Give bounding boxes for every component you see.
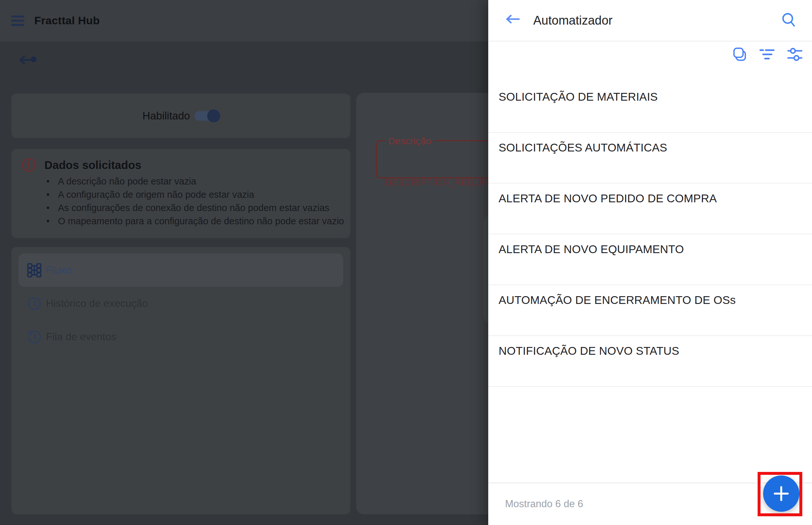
- description-field-label: Descrição: [385, 136, 434, 147]
- alert-message: A descrição não pode estar vazia: [46, 175, 344, 188]
- menu-item-label: Histórico de execução: [46, 298, 148, 310]
- detail-form-card: Descrição DESCRIPTION_REQUIRED: [356, 93, 505, 514]
- description-field-error: DESCRIPTION_REQUIRED: [385, 178, 504, 188]
- panel-back-icon[interactable]: [506, 14, 520, 24]
- history-clock-icon: [27, 330, 42, 344]
- alert-title: Dados solicitados: [44, 159, 142, 171]
- screen: Fracttal Hub Habilitado: [0, 0, 812, 525]
- showing-count: Mostrando 6 de 6: [505, 498, 583, 510]
- automator-panel: Automatizador: [488, 0, 812, 525]
- alert-message: O mapeamento para a configuração de dest…: [46, 214, 344, 228]
- automation-list: SOLICITAÇÃO DE MATERIAIS SOLICITAÇÕES AU…: [488, 82, 812, 387]
- plus-icon: [772, 485, 790, 502]
- alert-icon: [22, 158, 36, 172]
- validation-alert-card: Dados solicitados A descrição não pode e…: [11, 149, 350, 238]
- alert-message: As configurações de conexão de destino n…: [46, 201, 344, 214]
- enabled-toggle[interactable]: [195, 111, 219, 121]
- list-item[interactable]: ALERTA DE NOVO EQUIPAMENTO: [488, 234, 812, 285]
- search-icon[interactable]: [782, 12, 796, 28]
- filter-icon[interactable]: [759, 48, 774, 61]
- alert-message-list: A descrição não pode estar vazia A confi…: [46, 175, 344, 228]
- side-menu-card: Fluxo Histórico de execução: [11, 247, 350, 514]
- menu-item-label: Fluxo: [46, 264, 71, 276]
- enabled-label: Habilitado: [143, 110, 190, 122]
- list-item[interactable]: ALERTA DE NOVO PEDIDO DE COMPRA: [488, 183, 812, 234]
- menu-item-event-queue[interactable]: Fila de eventos: [18, 320, 343, 354]
- clock-icon: [27, 297, 42, 311]
- list-item[interactable]: SOLICITAÇÕES AUTOMÁTICAS: [488, 133, 812, 183]
- page-back[interactable]: [19, 55, 42, 74]
- copy-icon[interactable]: [733, 47, 747, 61]
- toggle-thumb: [207, 109, 220, 122]
- list-item[interactable]: NOTIFICAÇÃO DE NOVO STATUS: [488, 336, 812, 387]
- add-button[interactable]: [763, 476, 799, 512]
- list-item[interactable]: SOLICITAÇÃO DE MATERIAIS: [488, 82, 812, 133]
- panel-toolbar: [733, 47, 802, 61]
- app-title: Fracttal Hub: [34, 14, 100, 27]
- panel-title: Automatizador: [533, 14, 612, 28]
- menu-item-execution-history[interactable]: Histórico de execução: [18, 287, 343, 320]
- notification-dot: [31, 56, 36, 62]
- panel-header: Automatizador: [488, 0, 812, 42]
- alert-message: A configuração de origem não pode estar …: [46, 188, 344, 201]
- schema-icon: [27, 263, 42, 278]
- menu-item-label: Fila de eventos: [46, 331, 116, 343]
- enabled-card: Habilitado: [11, 93, 350, 138]
- menu-icon[interactable]: [11, 16, 24, 26]
- tune-icon[interactable]: [787, 47, 802, 61]
- menu-item-flow[interactable]: Fluxo: [18, 253, 343, 287]
- list-item[interactable]: AUTOMAÇÃO DE ENCERRAMENTO DE OSs: [488, 285, 812, 336]
